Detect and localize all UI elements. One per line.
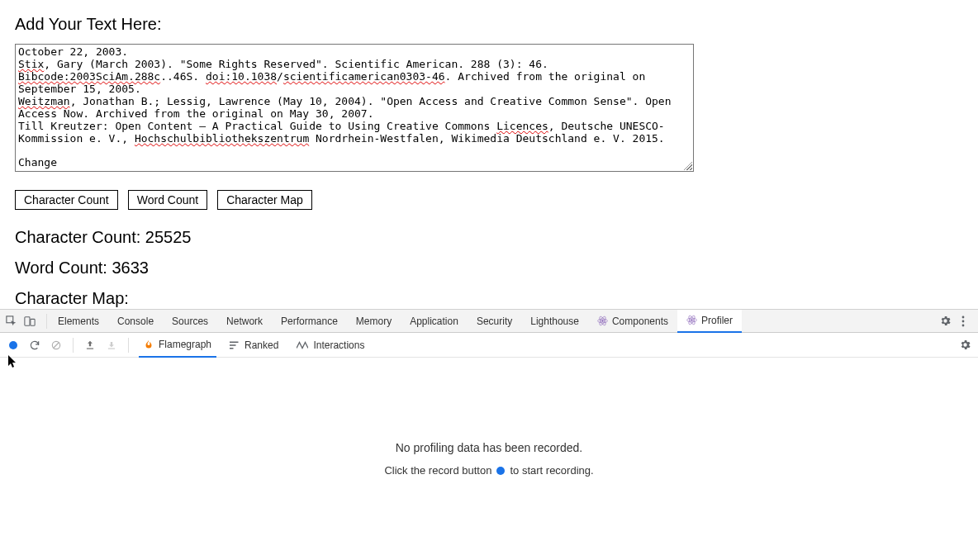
svg-line-15 (54, 342, 59, 348)
more-icon[interactable] (957, 315, 970, 328)
tab-label: Console (117, 316, 154, 327)
profiler-hint: Click the record button to start recordi… (384, 464, 593, 477)
tab-label: Components (612, 316, 668, 327)
devtools-panel: ElementsConsoleSourcesNetworkPerformance… (0, 309, 978, 560)
tab-label: Network (226, 316, 263, 327)
ranked-tab[interactable]: Ranked (225, 333, 283, 358)
download-icon (105, 339, 118, 352)
character-map-button[interactable]: Character Map (217, 190, 312, 210)
svg-rect-17 (108, 348, 115, 349)
separator (46, 314, 47, 329)
device-toggle-icon[interactable] (23, 315, 36, 328)
character-map-result: Character Map: (15, 289, 963, 308)
tab-label: Memory (356, 316, 392, 327)
tab-label: Sources (172, 316, 208, 327)
record-button[interactable] (7, 339, 20, 352)
tab-label: Security (477, 316, 512, 327)
svg-point-8 (687, 318, 697, 322)
devtools-tab-components[interactable]: Components (588, 310, 677, 333)
record-dot-icon (496, 467, 505, 475)
svg-rect-1 (25, 316, 30, 325)
profiler-toolbar: Flamegraph Ranked Interactions (0, 333, 978, 358)
tab-label: Lighthouse (530, 316, 579, 327)
devtools-tab-memory[interactable]: Memory (347, 310, 401, 333)
character-count-button[interactable]: Character Count (15, 190, 118, 210)
svg-rect-19 (230, 344, 236, 346)
interactions-label: Interactions (313, 339, 364, 351)
settings-icon[interactable] (938, 315, 952, 328)
flamegraph-tab[interactable]: Flamegraph (139, 333, 216, 358)
word-count-label: Word Count: (15, 259, 107, 277)
devtools-tab-application[interactable]: Application (401, 310, 468, 333)
ranked-label: Ranked (244, 339, 278, 351)
svg-point-13 (962, 324, 965, 326)
word-count-value: 3633 (112, 259, 149, 277)
interactions-icon (297, 340, 308, 350)
character-map-label: Character Map: (15, 289, 129, 307)
devtools-tab-console[interactable]: Console (108, 310, 163, 333)
svg-rect-2 (31, 319, 35, 325)
flame-icon (144, 339, 154, 350)
devtools-tab-bar: ElementsConsoleSourcesNetworkPerformance… (0, 310, 978, 333)
devtools-tab-elements[interactable]: Elements (49, 310, 108, 333)
svg-point-11 (962, 316, 965, 318)
svg-point-12 (962, 320, 965, 322)
profiler-body: No profiling data has been recorded. Cli… (0, 358, 978, 560)
flamegraph-label: Flamegraph (159, 339, 211, 350)
svg-rect-20 (230, 348, 234, 349)
word-count-button[interactable]: Word Count (128, 190, 207, 210)
devtools-tab-network[interactable]: Network (217, 310, 272, 333)
character-count-label: Character Count: (15, 228, 140, 246)
tab-label: Performance (281, 316, 338, 327)
interactions-tab[interactable]: Interactions (292, 333, 369, 358)
devtools-tab-security[interactable]: Security (468, 310, 521, 333)
text-input[interactable]: October 22, 2003. Stix, Gary (March 2003… (15, 44, 694, 172)
separator (128, 338, 129, 353)
upload-icon[interactable] (83, 339, 97, 352)
tab-label: Elements (58, 316, 99, 327)
tab-label: Application (410, 316, 458, 327)
devtools-tab-lighthouse[interactable]: Lighthouse (521, 310, 588, 333)
inspect-icon[interactable] (5, 315, 18, 328)
profiler-hint-post: to start recording. (510, 464, 593, 477)
svg-rect-16 (87, 348, 93, 349)
svg-rect-18 (230, 341, 239, 343)
reload-icon[interactable] (28, 339, 41, 352)
react-icon (597, 316, 608, 326)
devtools-tab-performance[interactable]: Performance (272, 310, 347, 333)
tab-label: Profiler (701, 315, 733, 326)
devtools-tab-sources[interactable]: Sources (163, 310, 217, 333)
word-count-result: Word Count: 3633 (15, 259, 963, 278)
profiler-hint-pre: Click the record button (384, 464, 491, 477)
react-icon (686, 315, 697, 325)
devtools-tab-profiler[interactable]: Profiler (677, 310, 742, 333)
profiler-settings-icon[interactable] (958, 339, 971, 352)
separator (73, 338, 74, 353)
page-heading: Add Your Text Here: (15, 15, 963, 34)
character-count-value: 25525 (145, 228, 192, 246)
svg-point-4 (598, 319, 608, 323)
ranked-icon (230, 340, 240, 350)
character-count-result: Character Count: 25525 (15, 228, 963, 247)
profiler-empty-message: No profiling data has been recorded. (396, 441, 582, 454)
clear-icon[interactable] (50, 339, 63, 352)
